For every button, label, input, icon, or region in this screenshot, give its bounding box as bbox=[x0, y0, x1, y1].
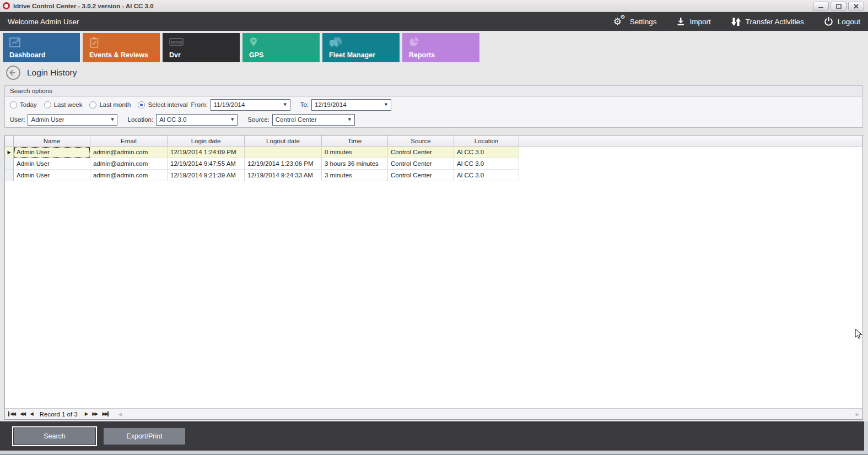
column-header-source[interactable]: Source bbox=[388, 136, 454, 147]
export-print-button[interactable]: Export/Print bbox=[104, 428, 185, 445]
last-record-button[interactable]: ▶▶ bbox=[102, 411, 109, 416]
header-bar: Welcome Admin User ⚙⚙ Settings Import Tr… bbox=[0, 12, 868, 31]
cell-login-date[interactable]: 12/19/2014 9:21:39 AM bbox=[168, 170, 245, 181]
tile-reports[interactable]: Reports bbox=[402, 33, 479, 62]
prev-record-button[interactable]: ◀ bbox=[30, 411, 33, 416]
import-button[interactable]: Import bbox=[676, 17, 710, 26]
location-label: Location: bbox=[127, 116, 153, 123]
table-row[interactable]: ▶ Admin User admin@admin.com 12/19/2014 … bbox=[5, 147, 862, 158]
close-button[interactable] bbox=[848, 2, 864, 10]
cell-time[interactable]: 0 minutes bbox=[322, 147, 388, 158]
logout-button[interactable]: Logout bbox=[824, 17, 860, 26]
hscroll-right-arrow-icon[interactable]: ▶ bbox=[855, 411, 859, 417]
transfer-activities-button[interactable]: Transfer Activities bbox=[731, 17, 804, 26]
column-header-email[interactable]: Email bbox=[90, 136, 168, 147]
tile-fleet-manager[interactable]: Fleet Manager bbox=[322, 33, 400, 62]
cell-logout-date[interactable]: 12/19/2014 9:24:33 AM bbox=[245, 170, 322, 181]
location-select[interactable]: Al CC 3.0 ▼ bbox=[156, 114, 238, 126]
map-pin-icon bbox=[249, 37, 258, 48]
radio-select-interval[interactable]: Select interval bbox=[138, 101, 187, 109]
cell-time[interactable]: 3 minutes bbox=[322, 170, 388, 181]
radio-today[interactable]: Today bbox=[10, 101, 37, 109]
minimize-button[interactable] bbox=[813, 2, 829, 10]
minimize-icon bbox=[818, 4, 824, 9]
next-record-button[interactable]: ▶ bbox=[85, 411, 88, 416]
cell-source[interactable]: Control Center bbox=[388, 147, 454, 158]
record-status: Record 1 of 3 bbox=[40, 411, 78, 418]
cell-email[interactable]: admin@admin.com bbox=[90, 158, 168, 170]
chevron-down-icon: ▼ bbox=[345, 117, 354, 122]
radio-circle-icon bbox=[89, 101, 96, 109]
column-header-time[interactable]: Time bbox=[322, 136, 388, 147]
search-options-panel: Search options Today Last week Last mont… bbox=[4, 85, 863, 128]
svg-text:MERGE: MERGE bbox=[171, 41, 182, 44]
pie-chart-icon bbox=[409, 37, 420, 47]
source-label: Source: bbox=[247, 116, 269, 123]
chevron-down-icon: ▼ bbox=[281, 102, 290, 107]
cell-location[interactable]: Al CC 3.0 bbox=[454, 147, 519, 158]
source-select[interactable]: Control Center ▼ bbox=[272, 114, 355, 126]
tile-events-reviews[interactable]: Events & Reviews bbox=[83, 33, 160, 62]
chevron-down-icon: ▼ bbox=[228, 117, 237, 122]
cell-logout-date[interactable]: 12/19/2014 1:23:06 PM bbox=[245, 158, 322, 170]
prev-page-button[interactable]: ◀◀ bbox=[20, 411, 25, 416]
cell-source[interactable]: Control Center bbox=[388, 158, 454, 170]
column-header-login-date[interactable]: Login date bbox=[168, 136, 245, 147]
cell-name[interactable]: Admin User bbox=[14, 170, 90, 181]
cell-logout-date[interactable] bbox=[245, 147, 322, 158]
tile-dvr[interactable]: MERGE Dvr bbox=[163, 33, 240, 62]
window-right-edge bbox=[864, 421, 868, 451]
user-label: User: bbox=[10, 116, 25, 123]
trucks-icon bbox=[329, 37, 343, 47]
column-header-logout-date[interactable]: Logout date bbox=[245, 136, 322, 147]
window-title: Idrive Control Center - 3.0.2 version - … bbox=[13, 3, 154, 9]
column-header-filler bbox=[519, 136, 862, 147]
tile-dashboard[interactable]: Dashboard bbox=[3, 33, 80, 62]
clipboard-check-icon bbox=[89, 37, 99, 48]
back-button[interactable] bbox=[6, 65, 21, 80]
row-selector-header bbox=[5, 136, 14, 147]
cell-name[interactable]: Admin User bbox=[14, 158, 90, 170]
login-history-grid: Name Email Login date Logout date Time S… bbox=[4, 135, 863, 420]
app-logo-icon bbox=[3, 2, 10, 9]
first-record-button[interactable]: ◀◀ bbox=[8, 411, 15, 416]
module-tiles: Dashboard Events & Reviews MERGE Dvr GPS bbox=[3, 33, 479, 62]
tile-gps[interactable]: GPS bbox=[242, 33, 320, 62]
cell-email[interactable]: admin@admin.com bbox=[90, 170, 168, 181]
maximize-icon bbox=[836, 4, 842, 9]
from-label: From: bbox=[191, 101, 208, 108]
cell-source[interactable]: Control Center bbox=[388, 170, 454, 181]
record-navigator: ◀◀ ◀◀ ◀ Record 1 of 3 ▶ ▶▶ ▶▶ ◀ ▶ bbox=[5, 408, 862, 419]
column-header-location[interactable]: Location bbox=[454, 136, 519, 147]
cell-location[interactable]: Al CC 3.0 bbox=[454, 170, 519, 181]
welcome-text: Welcome Admin User bbox=[8, 18, 79, 26]
table-row[interactable]: Admin User admin@admin.com 12/19/2014 9:… bbox=[5, 158, 862, 170]
table-row[interactable]: Admin User admin@admin.com 12/19/2014 9:… bbox=[5, 170, 862, 181]
settings-button[interactable]: ⚙⚙ Settings bbox=[613, 16, 657, 27]
line-chart-icon bbox=[9, 37, 21, 48]
cell-name[interactable]: Admin User bbox=[14, 147, 90, 158]
chevron-down-icon: ▼ bbox=[107, 117, 117, 122]
hscroll-left-arrow-icon[interactable]: ◀ bbox=[118, 411, 122, 417]
cell-email[interactable]: admin@admin.com bbox=[90, 147, 168, 158]
from-date-picker[interactable]: 11/19/2014 ▼ bbox=[211, 99, 290, 111]
search-button[interactable]: Search bbox=[12, 426, 97, 446]
radio-last-week[interactable]: Last week bbox=[44, 101, 83, 109]
back-arrow-icon bbox=[10, 71, 15, 75]
user-select[interactable]: Admin User ▼ bbox=[28, 114, 117, 126]
cell-login-date[interactable]: 12/19/2014 9:47:55 AM bbox=[168, 158, 245, 170]
dvr-device-icon: MERGE bbox=[169, 37, 184, 47]
close-icon bbox=[854, 4, 859, 9]
to-date-picker[interactable]: 12/19/2014 ▼ bbox=[311, 99, 391, 111]
cell-time[interactable]: 3 hours 36 minutes bbox=[322, 158, 388, 170]
cell-login-date[interactable]: 12/19/2014 1:24:09 PM bbox=[168, 147, 245, 158]
radio-circle-icon bbox=[44, 101, 51, 109]
radio-last-month[interactable]: Last month bbox=[89, 101, 131, 109]
gears-icon: ⚙⚙ bbox=[613, 16, 626, 27]
maximize-button[interactable] bbox=[831, 2, 847, 10]
mouse-cursor-icon bbox=[855, 329, 862, 340]
cell-location[interactable]: Al CC 3.0 bbox=[454, 158, 519, 170]
next-page-button[interactable]: ▶▶ bbox=[92, 411, 97, 416]
column-header-name[interactable]: Name bbox=[14, 136, 90, 147]
radio-circle-icon bbox=[10, 101, 17, 109]
